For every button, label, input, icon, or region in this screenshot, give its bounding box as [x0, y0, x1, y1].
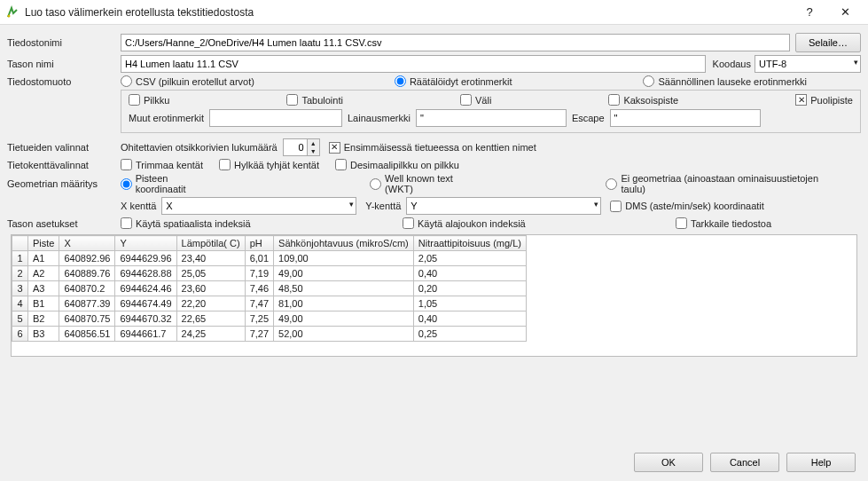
- table-cell: 640892.96: [59, 251, 115, 266]
- table-cell: 109,00: [274, 251, 414, 266]
- ok-button[interactable]: OK: [634, 453, 703, 472]
- subset-index-check[interactable]: Käytä alajoukon indeksiä: [403, 217, 660, 229]
- help-button-icon[interactable]: ?: [792, 0, 827, 25]
- close-icon[interactable]: ✕: [827, 0, 863, 25]
- table-cell: 6944674.49: [115, 296, 176, 311]
- spatial-index-check[interactable]: Käytä spatiaalista indeksiä: [121, 217, 387, 229]
- window-title: Luo taso välimerkein erotellusta tekstit…: [25, 6, 792, 19]
- table-header: Sähkönjohtavuus (mikroS/cm): [274, 236, 414, 251]
- table-row[interactable]: 6B3640856.516944661.724,257,2752,000,25: [12, 327, 527, 342]
- cancel-button[interactable]: Cancel: [710, 453, 779, 472]
- row-number: 1: [12, 251, 28, 266]
- geom-none-radio[interactable]: Ei geometriaa (ainoastaan ominaisuustiet…: [606, 173, 845, 194]
- table-cell: A3: [28, 281, 59, 296]
- quote-label: Lainausmerkki: [348, 113, 411, 123]
- layer-settings-label: Tason asetukset: [7, 218, 121, 229]
- table-cell: 6944628.88: [115, 266, 176, 281]
- skip-label: Ohitettavien otsikkorivien lukumäärä: [121, 142, 278, 153]
- table-cell: 640870.2: [59, 281, 115, 296]
- format-custom-radio[interactable]: Räätälöidyt erotinmerkit: [395, 75, 512, 87]
- table-cell: B1: [28, 296, 59, 311]
- table-row[interactable]: 1A1640892.966944629.9623,406,01109,002,0…: [12, 251, 527, 266]
- table-cell: B3: [28, 327, 59, 342]
- delim-space-check[interactable]: Väli: [460, 94, 491, 106]
- format-csv-radio[interactable]: CSV (pilkuin erotellut arvot): [121, 75, 254, 87]
- table-cell: 49,00: [274, 311, 414, 327]
- table-row[interactable]: 4B1640877.396944674.4922,207,4781,001,05: [12, 296, 527, 311]
- other-delim-label: Muut erotinmerkit: [129, 113, 204, 123]
- layername-input[interactable]: [121, 55, 706, 73]
- table-cell: 49,00: [274, 266, 414, 281]
- browse-button[interactable]: Selaile…: [795, 33, 861, 52]
- titlebar: Luo taso välimerkein erotellusta tekstit…: [0, 0, 868, 25]
- row-number: 3: [12, 281, 28, 296]
- delimiter-group: Pilkku Tabulointi Väli Kaksoispiste ✕Puo…: [121, 90, 861, 133]
- table-cell: 23,60: [176, 281, 245, 296]
- delim-tab-check[interactable]: Tabulointi: [286, 94, 342, 106]
- table-cell: 6944629.96: [115, 251, 176, 266]
- skip-spinner[interactable]: ▲▼: [283, 138, 320, 156]
- table-cell: 6,01: [245, 251, 273, 266]
- encoding-select[interactable]: UTF-8: [755, 55, 861, 73]
- table-cell: 6944670.32: [115, 311, 176, 327]
- spin-down-icon[interactable]: ▼: [308, 147, 319, 155]
- filename-input[interactable]: [121, 34, 790, 51]
- dms-check[interactable]: DMS (aste/min/sek) koordinaatit: [610, 201, 764, 212]
- geom-point-radio[interactable]: Pisteen koordinaatit: [121, 173, 221, 194]
- table-row[interactable]: 2A2640889.766944628.8825,057,1949,000,40: [12, 266, 527, 281]
- format-regex-radio[interactable]: Säännöllinen lauseke erotinmerkki: [643, 75, 807, 87]
- first-record-names-check[interactable]: ✕Ensimmäisessä tietueessa on kenttien ni…: [329, 142, 536, 154]
- table-header: [12, 236, 28, 251]
- escape-label: Escape: [572, 113, 605, 123]
- row-number: 5: [12, 311, 28, 327]
- table-cell: 7,47: [245, 296, 273, 311]
- table-cell: 7,25: [245, 311, 273, 327]
- xfield-label: X kenttä: [121, 201, 156, 211]
- table-cell: 6944624.46: [115, 281, 176, 296]
- quote-input[interactable]: [416, 109, 567, 127]
- table-cell: 52,00: [274, 327, 414, 342]
- delim-comma-check[interactable]: Pilkku: [129, 94, 169, 106]
- table-row[interactable]: 3A3640870.26944624.4623,607,4648,500,20: [12, 281, 527, 296]
- table-cell: 0,25: [413, 327, 526, 342]
- table-cell: 23,40: [176, 251, 245, 266]
- yfield-label: Y-kenttä: [365, 201, 401, 211]
- discard-empty-check[interactable]: Hylkää tyhjät kentät: [219, 159, 319, 170]
- table-cell: 640870.75: [59, 311, 115, 327]
- table-cell: 640856.51: [59, 327, 115, 342]
- table-cell: 25,05: [176, 266, 245, 281]
- row-number: 6: [12, 327, 28, 342]
- other-delim-input[interactable]: [209, 109, 342, 127]
- table-cell: A1: [28, 251, 59, 266]
- encoding-label: Koodaus: [713, 59, 751, 69]
- table-header: Piste: [28, 236, 59, 251]
- xfield-select[interactable]: X: [161, 197, 356, 215]
- table-cell: 0,20: [413, 281, 526, 296]
- table-cell: 2,05: [413, 251, 526, 266]
- table-cell: 22,65: [176, 311, 245, 327]
- table-header: Nitraattipitoisuus (mg/L): [413, 236, 526, 251]
- delim-semicolon-check[interactable]: ✕Puolipiste: [795, 94, 853, 106]
- dialog-buttons: OK Cancel Help: [634, 453, 856, 472]
- svg-point-0: [8, 14, 11, 17]
- watch-file-check[interactable]: Tarkkaile tiedostoa: [676, 217, 771, 229]
- table-cell: 81,00: [274, 296, 414, 311]
- spin-up-icon[interactable]: ▲: [308, 139, 319, 147]
- geom-wkt-radio[interactable]: Well known text (WKT): [370, 173, 483, 194]
- delim-colon-check[interactable]: Kaksoispiste: [608, 94, 678, 106]
- help-button[interactable]: Help: [786, 453, 856, 472]
- table-header: pH: [245, 236, 273, 251]
- escape-input[interactable]: [610, 109, 761, 127]
- table-row[interactable]: 5B2640870.756944670.3222,657,2549,000,40: [12, 311, 527, 327]
- comma-decimal-check[interactable]: Desimaalipilkku on pilkku: [335, 159, 459, 170]
- row-number: 2: [12, 266, 28, 281]
- table-cell: 24,25: [176, 327, 245, 342]
- table-cell: 7,19: [245, 266, 273, 281]
- table-cell: 48,50: [274, 281, 414, 296]
- yfield-select[interactable]: Y: [406, 197, 601, 215]
- table-cell: 1,05: [413, 296, 526, 311]
- table-header: Y: [115, 236, 176, 251]
- filename-label: Tiedostonimi: [7, 37, 121, 48]
- table-cell: B2: [28, 311, 59, 327]
- trim-check[interactable]: Trimmaa kentät: [121, 159, 203, 170]
